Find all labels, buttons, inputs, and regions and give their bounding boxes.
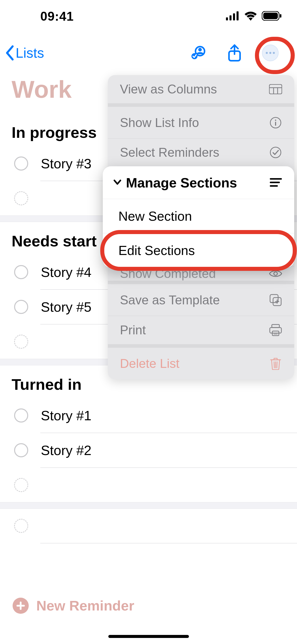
svg-rect-5 (263, 13, 278, 19)
svg-rect-28 (272, 325, 279, 328)
reminder-row[interactable]: Story #2 (0, 433, 297, 467)
complete-toggle[interactable] (14, 300, 28, 314)
add-reminder-placeholder-icon (14, 191, 28, 205)
columns-icon (269, 83, 282, 96)
add-reminder-placeholder-icon (14, 335, 28, 349)
share-icon[interactable] (225, 44, 244, 62)
home-indicator[interactable] (108, 635, 189, 638)
wifi-icon (244, 11, 257, 22)
complete-toggle[interactable] (14, 408, 28, 423)
chevron-down-icon (112, 175, 123, 190)
menu-label: Select Reminders (120, 145, 219, 160)
info-icon (269, 116, 282, 129)
reminder-row-placeholder[interactable] (0, 468, 297, 502)
complete-toggle[interactable] (14, 156, 28, 171)
svg-rect-1 (229, 15, 232, 20)
svg-line-34 (274, 362, 274, 368)
menu-save-as-template[interactable]: Save as Template (108, 284, 294, 316)
reminder-title: Story #1 (41, 408, 91, 423)
menu-print[interactable]: Print (108, 316, 294, 348)
status-time: 09:41 (40, 9, 74, 24)
list-title: Work (12, 76, 72, 103)
menu-label: View as Columns (120, 82, 217, 96)
status-bar: 09:41 (0, 0, 297, 33)
add-reminder-placeholder-icon (14, 519, 28, 533)
svg-rect-29 (270, 328, 281, 333)
reminder-title: Story #3 (41, 156, 91, 171)
svg-rect-15 (269, 84, 282, 94)
plus-icon (13, 598, 29, 614)
more-button[interactable] (261, 44, 279, 62)
menu-show-list-info[interactable]: Show List Info (108, 107, 294, 139)
menu-delete-list[interactable]: Delete List (108, 348, 294, 379)
submenu-header-label: Manage Sections (126, 175, 237, 190)
add-reminder-placeholder-icon (14, 478, 28, 492)
submenu-header-manage-sections[interactable]: Manage Sections (103, 166, 294, 199)
divider (40, 543, 297, 543)
reminder-title: Story #4 (41, 264, 91, 280)
complete-toggle[interactable] (14, 265, 28, 279)
new-reminder-button[interactable]: New Reminder (0, 597, 297, 614)
svg-point-23 (274, 272, 277, 275)
submenu-edit-sections[interactable]: Edit Sections (103, 233, 294, 268)
back-button[interactable]: Lists (5, 45, 44, 61)
submenu-label: New Section (118, 209, 192, 224)
svg-point-20 (275, 119, 276, 121)
reminder-title: Story #5 (41, 299, 91, 315)
submenu-new-section[interactable]: New Section (103, 199, 294, 233)
cellular-icon (226, 11, 240, 21)
reminder-title: Story #2 (41, 442, 91, 458)
svg-rect-6 (280, 14, 281, 18)
svg-point-9 (191, 53, 197, 59)
printer-icon (269, 324, 282, 337)
svg-line-36 (277, 362, 277, 368)
status-icons (226, 11, 282, 22)
menu-select-reminders[interactable]: Select Reminders (108, 139, 294, 166)
manage-sections-submenu: Manage Sections New Section Edit Section… (103, 166, 294, 268)
select-checkmark-icon (269, 146, 282, 159)
template-icon (269, 294, 282, 307)
menu-label: Delete List (120, 356, 179, 371)
menu-label: Show List Info (120, 115, 199, 130)
reminders-screen: 09:41 Lists (0, 0, 297, 644)
menu-label: Save as Template (120, 293, 220, 307)
battery-icon (262, 11, 282, 22)
svg-point-8 (198, 48, 202, 51)
sections-icon (270, 175, 282, 190)
menu-show-completed[interactable]: Show Completed (108, 267, 294, 284)
svg-rect-3 (237, 11, 239, 20)
nav-bar: Lists (0, 38, 297, 68)
eye-icon (269, 267, 282, 280)
svg-rect-0 (226, 17, 228, 20)
svg-point-13 (269, 52, 271, 54)
svg-rect-2 (233, 13, 235, 20)
back-label: Lists (16, 45, 44, 61)
svg-point-14 (273, 52, 275, 54)
section-gap (0, 502, 297, 509)
trash-icon (269, 357, 282, 370)
svg-point-22 (270, 147, 281, 158)
reminder-row[interactable]: Story #1 (0, 398, 297, 433)
reminder-row-placeholder[interactable] (0, 509, 297, 543)
complete-toggle[interactable] (14, 443, 28, 457)
svg-point-12 (266, 52, 268, 54)
svg-rect-21 (275, 122, 276, 126)
submenu-label: Edit Sections (118, 243, 195, 258)
menu-label: Show Completed (120, 266, 216, 281)
nav-actions (190, 44, 279, 62)
new-reminder-label: New Reminder (36, 597, 134, 614)
menu-label: Print (120, 323, 146, 337)
menu-view-as-columns[interactable]: View as Columns (108, 75, 294, 107)
collaborate-icon[interactable] (190, 44, 208, 62)
